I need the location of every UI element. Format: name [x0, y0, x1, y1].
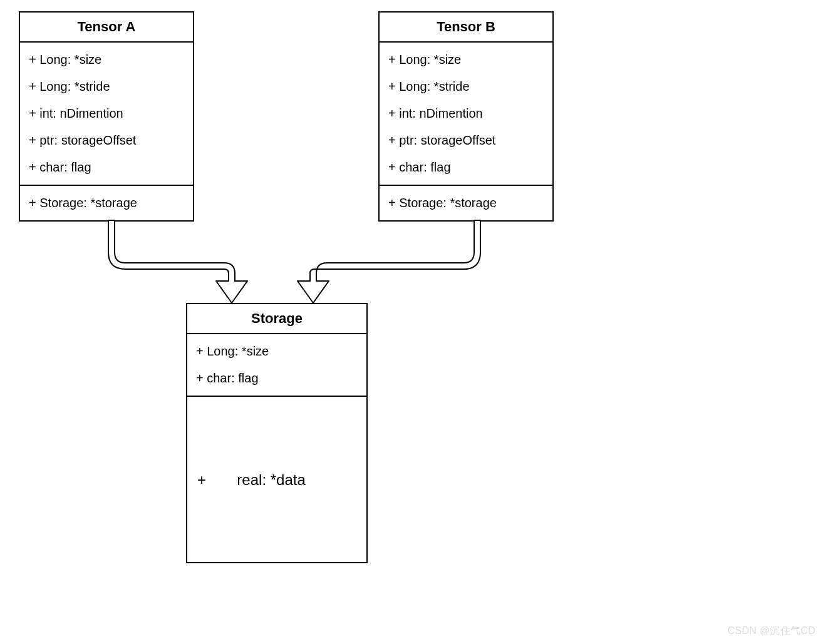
class-box-tensor-b: Tensor B + Long: *size + Long: *stride +…	[378, 11, 554, 222]
attr-row: + char: flag	[26, 154, 187, 181]
class-data: + real: *data	[187, 397, 366, 563]
watermark-text: CSDN @沉住气CD	[728, 625, 815, 638]
class-box-tensor-a: Tensor A + Long: *size + Long: *stride +…	[19, 11, 194, 222]
attr-row: + Long: *stride	[386, 73, 546, 100]
attr-row: + Storage: *storage	[386, 190, 546, 217]
attr-row: + int: nDimention	[26, 100, 187, 127]
class-box-storage: Storage + Long: *size + char: flag + rea…	[186, 303, 368, 563]
class-attributes: + Long: *size + Long: *stride + int: nDi…	[380, 43, 552, 186]
data-label: real: *data	[237, 471, 305, 488]
class-title: Tensor B	[380, 13, 552, 43]
class-attributes: + Long: *size + char: flag	[187, 334, 366, 397]
class-reference: + Storage: *storage	[380, 186, 552, 220]
class-reference: + Storage: *storage	[20, 186, 193, 220]
arrow-tensor-a-to-storage	[108, 220, 247, 303]
attr-row: + char: flag	[194, 365, 360, 392]
attr-row: + Long: *size	[194, 338, 360, 365]
attr-row: + Long: *size	[26, 46, 187, 73]
attr-row: + Long: *stride	[26, 73, 187, 100]
data-row: + real: *data	[194, 471, 306, 489]
arrow-tensor-b-to-storage	[298, 220, 480, 303]
class-title: Tensor A	[20, 13, 193, 43]
attr-row: + ptr: storageOffset	[386, 127, 546, 154]
class-attributes: + Long: *size + Long: *stride + int: nDi…	[20, 43, 193, 186]
attr-row: + int: nDimention	[386, 100, 546, 127]
attr-row: + Storage: *storage	[26, 190, 187, 217]
class-title: Storage	[187, 304, 366, 334]
data-prefix: +	[197, 471, 206, 488]
attr-row: + Long: *size	[386, 46, 546, 73]
attr-row: + char: flag	[386, 154, 546, 181]
attr-row: + ptr: storageOffset	[26, 127, 187, 154]
